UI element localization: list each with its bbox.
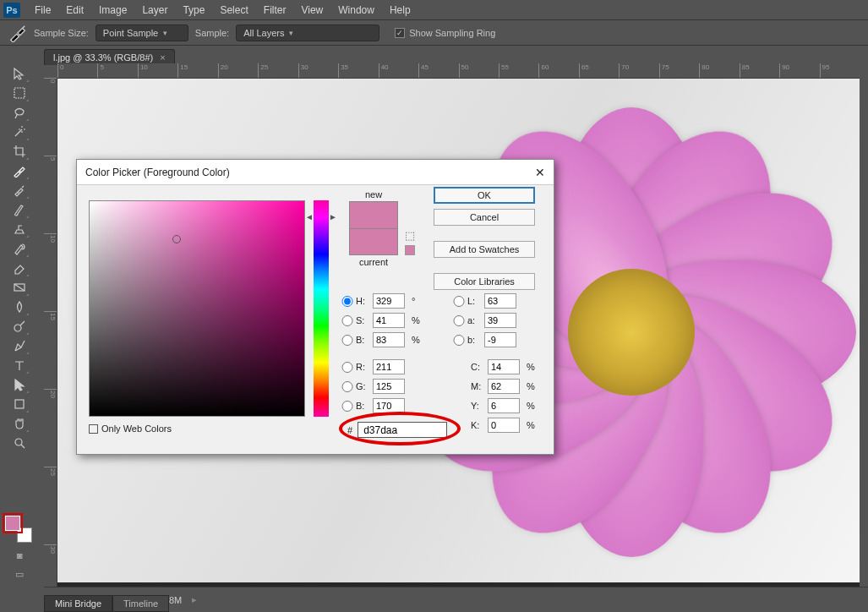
b2-radio[interactable] (452, 335, 466, 346)
new-color-swatch (349, 201, 398, 228)
type-tool[interactable] (9, 356, 30, 374)
healing-brush-tool[interactable] (9, 181, 30, 199)
mini-bridge-tab[interactable]: Mini Bridge (44, 595, 112, 612)
menu-help[interactable]: Help (382, 4, 418, 16)
ok-button[interactable]: OK (434, 187, 535, 204)
screenmode-icon[interactable]: ▭ (11, 566, 28, 582)
move-tool[interactable] (9, 64, 30, 83)
color-libraries-button[interactable]: Color Libraries (434, 273, 535, 290)
marquee-tool[interactable] (9, 84, 30, 102)
menu-bar: Ps File Edit Image Layer Type Select Fil… (0, 0, 868, 20)
hue-slider[interactable] (314, 200, 329, 417)
eyedropper-tool[interactable] (9, 161, 30, 180)
sample-size-label: Sample Size: (34, 28, 89, 38)
b-radio[interactable] (341, 335, 354, 346)
menu-layer[interactable]: Layer (134, 4, 175, 16)
lasso-tool[interactable] (9, 103, 30, 122)
gradient-tool[interactable] (9, 278, 30, 297)
annotation-highlight (339, 412, 461, 445)
shape-tool[interactable] (9, 395, 30, 413)
add-swatches-button[interactable]: Add to Swatches (434, 241, 535, 258)
blur-tool[interactable] (9, 298, 30, 316)
eraser-tool[interactable] (9, 259, 30, 277)
rgb-group: R: G: B: (341, 359, 423, 413)
menu-window[interactable]: Window (330, 4, 382, 16)
menu-view[interactable]: View (293, 4, 330, 16)
new-label: new (344, 189, 403, 199)
sample-select[interactable]: All Layers (236, 25, 379, 41)
menu-filter[interactable]: Filter (256, 4, 294, 16)
dialog-titlebar[interactable]: Color Picker (Foreground Color) ✕ (77, 160, 554, 185)
clone-stamp-tool[interactable] (9, 220, 30, 238)
l-radio[interactable] (452, 296, 466, 307)
ruler-horizontal: 0 5 10 15 20 25 30 35 40 45 50 55 60 65 … (57, 63, 860, 79)
y-input[interactable] (488, 398, 520, 413)
timeline-tab[interactable]: Timeline (112, 595, 169, 612)
ps-logo: Ps (3, 3, 20, 18)
menu-file[interactable]: File (27, 4, 58, 16)
hsb-group: H:° S:% B:% (341, 293, 423, 347)
a-input[interactable] (484, 313, 516, 328)
tools-panel (7, 61, 32, 456)
path-select-tool[interactable] (9, 375, 30, 394)
r-input[interactable] (373, 359, 405, 374)
h-radio[interactable] (341, 296, 354, 307)
color-picker-dialog: Color Picker (Foreground Color) ✕ new cu… (76, 159, 554, 455)
checkbox-icon (89, 424, 98, 434)
crop-tool[interactable] (9, 142, 30, 161)
menu-image[interactable]: Image (91, 4, 134, 16)
s-input[interactable] (373, 313, 405, 328)
cmyk-group: C:% M:% Y:% K:% (471, 359, 538, 433)
eyedropper-icon[interactable] (8, 24, 27, 42)
show-sampling-ring-check[interactable]: ✓ Show Sampling Ring (395, 28, 495, 38)
dodge-tool[interactable] (9, 317, 30, 336)
svg-point-2 (14, 325, 21, 331)
close-icon[interactable]: × (160, 52, 165, 63)
svg-rect-0 (14, 88, 25, 98)
a-radio[interactable] (452, 315, 466, 326)
bl-radio[interactable] (341, 401, 354, 412)
quickmask-icon[interactable]: ◙ (11, 548, 28, 563)
k-input[interactable] (488, 418, 520, 433)
foreground-color-swatch[interactable] (5, 516, 20, 531)
close-icon[interactable]: ✕ (535, 166, 545, 179)
zoom-tool[interactable] (9, 434, 30, 452)
websafe-swatch[interactable] (405, 245, 415, 255)
cube-icon[interactable]: ⬚ (405, 229, 415, 242)
s-radio[interactable] (341, 315, 354, 326)
svg-rect-3 (15, 400, 24, 408)
menu-type[interactable]: Type (175, 4, 212, 16)
h-input[interactable] (373, 293, 405, 309)
check-icon: ✓ (395, 28, 405, 38)
options-bar: Sample Size: Point Sample Sample: All La… (0, 20, 868, 46)
g-radio[interactable] (341, 381, 354, 392)
current-label: current (344, 257, 403, 267)
menu-edit[interactable]: Edit (58, 4, 91, 16)
pen-tool[interactable] (9, 336, 30, 355)
magic-wand-tool[interactable] (9, 123, 30, 141)
sample-label: Sample: (195, 28, 229, 38)
ruler-vertical: 051015202530 (44, 78, 57, 587)
history-brush-tool[interactable] (9, 239, 30, 258)
document-tab-label: l.jpg @ 33.3% (RGB/8#) (53, 52, 153, 63)
brush-tool[interactable] (9, 200, 30, 219)
lab-group: L: a: b: (452, 293, 535, 347)
only-web-colors-check[interactable]: Only Web Colors (89, 423, 172, 434)
cancel-button[interactable]: Cancel (434, 209, 535, 226)
m-input[interactable] (488, 379, 520, 394)
swatch-preview: new current (344, 189, 403, 269)
current-color-swatch[interactable] (349, 228, 398, 255)
color-marker[interactable] (172, 235, 181, 243)
svg-point-4 (15, 439, 22, 445)
saturation-field[interactable] (89, 200, 305, 417)
sample-size-select[interactable]: Point Sample (96, 25, 188, 41)
b2-input[interactable] (484, 332, 516, 347)
color-swatches[interactable] (5, 516, 32, 543)
g-input[interactable] (373, 379, 405, 394)
b-input[interactable] (373, 332, 405, 347)
l-input[interactable] (484, 293, 516, 309)
menu-select[interactable]: Select (212, 4, 255, 16)
hand-tool[interactable] (9, 414, 30, 433)
c-input[interactable] (488, 359, 520, 374)
r-radio[interactable] (341, 362, 354, 373)
